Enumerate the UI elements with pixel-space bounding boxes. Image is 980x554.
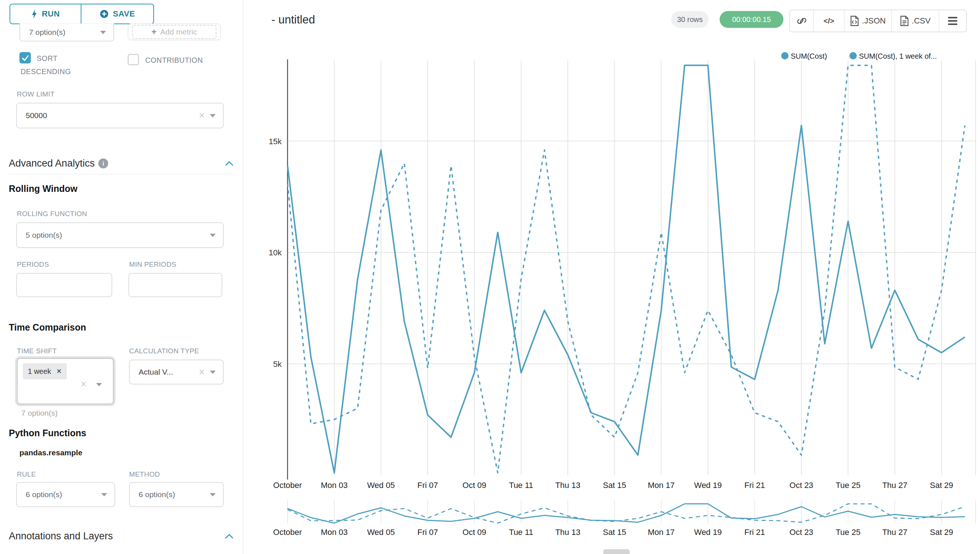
svg-text:Wed 19: Wed 19 — [694, 481, 722, 490]
rolling-function-label: ROLLING FUNCTION — [17, 210, 87, 218]
chevron-up-icon[interactable] — [224, 160, 234, 167]
time-shift-label: TIME SHIFT — [17, 347, 57, 355]
svg-text:Thu 27: Thu 27 — [882, 481, 907, 490]
range-selector-chart[interactable]: OctoberMon 03Wed 05Fri 07Oct 09Tue 11Thu… — [243, 498, 980, 552]
svg-text:Tue 11: Tue 11 — [509, 528, 533, 537]
svg-text:Thu 13: Thu 13 — [555, 481, 581, 490]
code-icon: </> — [824, 17, 834, 25]
row-limit-select[interactable]: 50000 × — [16, 103, 224, 128]
run-button[interactable]: RUN — [10, 4, 81, 24]
svg-text:10k: 10k — [269, 248, 282, 257]
add-metric-label: Add metric — [160, 27, 197, 36]
min-periods-input[interactable] — [128, 273, 222, 297]
share-link-button[interactable] — [790, 10, 814, 32]
chevron-down-icon — [100, 31, 106, 34]
query-timer-badge: 00:00:00.15 — [720, 11, 783, 28]
advanced-analytics-title: Advanced Analytics — [9, 158, 95, 169]
clear-icon[interactable]: × — [81, 379, 87, 389]
groupby-select[interactable]: 7 option(s) — [19, 24, 114, 41]
row-limit-value: 50000 — [17, 111, 47, 120]
svg-text:Thu 13: Thu 13 — [555, 528, 581, 537]
svg-text:October: October — [273, 481, 302, 490]
svg-text:Oct 09: Oct 09 — [463, 481, 486, 490]
svg-text:Sat 15: Sat 15 — [603, 481, 627, 490]
svg-text:Mon 03: Mon 03 — [321, 481, 348, 490]
time-shift-tag-label: 1 week — [28, 367, 51, 376]
chevron-down-icon[interactable] — [96, 383, 102, 386]
chevron-up-icon[interactable] — [224, 533, 234, 540]
clear-icon[interactable]: × — [199, 367, 205, 377]
time-shift-tag: 1 week ✕ — [23, 363, 67, 379]
svg-text:Fri 07: Fri 07 — [417, 528, 438, 537]
calculation-type-value: Actual V... — [130, 368, 173, 376]
plus-icon: + — [151, 27, 157, 37]
chevron-down-icon[interactable] — [210, 371, 216, 374]
calculation-type-select[interactable]: Actual V... × — [129, 360, 224, 385]
contribution-label: CONTRIBUTION — [145, 56, 203, 65]
export-json-button[interactable]: .JSON — [845, 10, 892, 32]
svg-text:15k: 15k — [269, 137, 282, 146]
svg-text:Fri 21: Fri 21 — [744, 481, 765, 490]
info-icon[interactable]: i — [98, 159, 108, 169]
sort-label-line2: DESCENDING — [21, 67, 71, 76]
resize-handle[interactable] — [603, 549, 630, 554]
svg-text:October: October — [273, 528, 302, 537]
periods-label: PERIODS — [17, 261, 49, 269]
rule-select[interactable]: 6 option(s) — [16, 482, 115, 507]
plus-circle-icon — [100, 10, 108, 18]
svg-text:Wed 05: Wed 05 — [367, 481, 395, 490]
lightning-icon — [31, 9, 37, 19]
menu-button[interactable] — [939, 10, 966, 32]
chevron-down-icon[interactable] — [210, 114, 216, 118]
sort-descending-checkbox[interactable] — [19, 52, 31, 64]
time-shift-multiselect[interactable]: 1 week ✕ × — [17, 358, 114, 404]
method-value: 6 option(s) — [130, 490, 175, 499]
chevron-down-icon — [210, 234, 216, 237]
embed-code-button[interactable]: </> — [814, 10, 845, 32]
advanced-analytics-header[interactable]: Advanced Analytics i — [9, 158, 234, 169]
export-csv-button[interactable]: .CSV — [892, 10, 939, 32]
contribution-checkbox[interactable] — [127, 54, 139, 65]
clear-icon[interactable]: × — [199, 111, 205, 121]
file-code-icon — [850, 16, 859, 26]
divider — [9, 174, 234, 174]
rule-value: 6 option(s) — [17, 490, 62, 499]
svg-text:Mon 17: Mon 17 — [648, 481, 675, 490]
python-functions-title: Python Functions — [9, 428, 86, 438]
sort-label-line1: SORT — [37, 54, 57, 63]
calculation-type-label: CALCULATION TYPE — [129, 347, 199, 355]
rolling-function-value: 5 option(s) — [17, 231, 62, 240]
svg-text:5k: 5k — [273, 360, 282, 369]
svg-text:Thu 27: Thu 27 — [882, 528, 907, 537]
rolling-function-select[interactable]: 5 option(s) — [16, 222, 224, 248]
row-limit-label: ROW LIMIT — [17, 90, 55, 98]
run-button-label: RUN — [42, 9, 60, 19]
method-select[interactable]: 6 option(s) — [129, 482, 224, 507]
file-lines-icon — [900, 16, 909, 26]
chart-title[interactable]: - untitled — [271, 13, 315, 26]
svg-text:Tue 25: Tue 25 — [835, 528, 861, 537]
periods-input[interactable] — [16, 273, 112, 297]
svg-text:Tue 11: Tue 11 — [509, 481, 533, 490]
hamburger-icon — [948, 17, 957, 25]
annotations-header[interactable]: Annotations and Layers — [9, 530, 234, 542]
rows-badge: 30 rows — [671, 11, 709, 28]
csv-label: .CSV — [912, 16, 931, 25]
svg-text:Sat 29: Sat 29 — [930, 528, 953, 537]
link-icon — [797, 16, 807, 25]
svg-text:Sat 15: Sat 15 — [603, 528, 627, 537]
min-periods-label: MIN PERIODS — [129, 261, 177, 269]
svg-text:Wed 05: Wed 05 — [367, 528, 395, 537]
svg-text:Mon 17: Mon 17 — [648, 528, 675, 537]
add-metric-button[interactable]: + Add metric — [127, 24, 221, 40]
rows-badge-label: 30 rows — [677, 15, 703, 24]
svg-text:Tue 25: Tue 25 — [835, 481, 861, 490]
svg-text:Sat 29: Sat 29 — [930, 481, 953, 490]
save-button[interactable]: SAVE — [81, 4, 154, 24]
svg-text:Oct 23: Oct 23 — [790, 528, 813, 537]
annotations-title: Annotations and Layers — [9, 530, 113, 542]
remove-tag-icon[interactable]: ✕ — [56, 367, 62, 375]
groupby-select-value: 7 option(s) — [20, 28, 65, 37]
main-line-chart[interactable]: 5k10k15kOctoberMon 03Wed 05Fri 07Oct 09T… — [243, 33, 980, 498]
json-label: .JSON — [862, 16, 886, 25]
